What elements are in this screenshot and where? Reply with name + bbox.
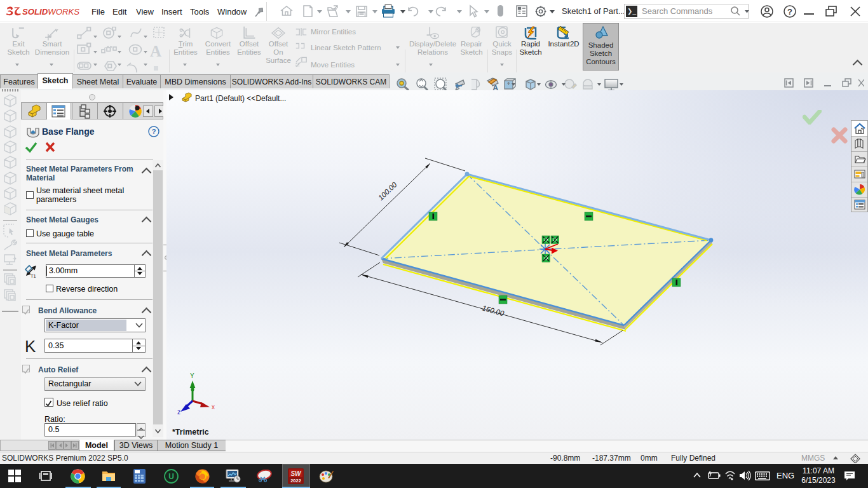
svg-text:x: x	[212, 403, 215, 410]
svg-text:2022: 2022	[290, 478, 301, 484]
svg-text:?: ?	[152, 128, 156, 135]
svg-text:SOLIDWORKS: SOLIDWORKS	[22, 7, 79, 17]
svg-text:T1: T1	[31, 273, 36, 278]
svg-text:Y: Y	[190, 372, 194, 379]
svg-text:U: U	[168, 472, 174, 481]
svg-text:SW: SW	[290, 470, 302, 477]
svg-text:?: ?	[787, 7, 792, 17]
svg-text:A: A	[150, 43, 161, 60]
svg-text:z: z	[177, 409, 180, 416]
svg-text:100.00: 100.00	[377, 180, 398, 201]
svg-text:150.00: 150.00	[481, 304, 505, 317]
